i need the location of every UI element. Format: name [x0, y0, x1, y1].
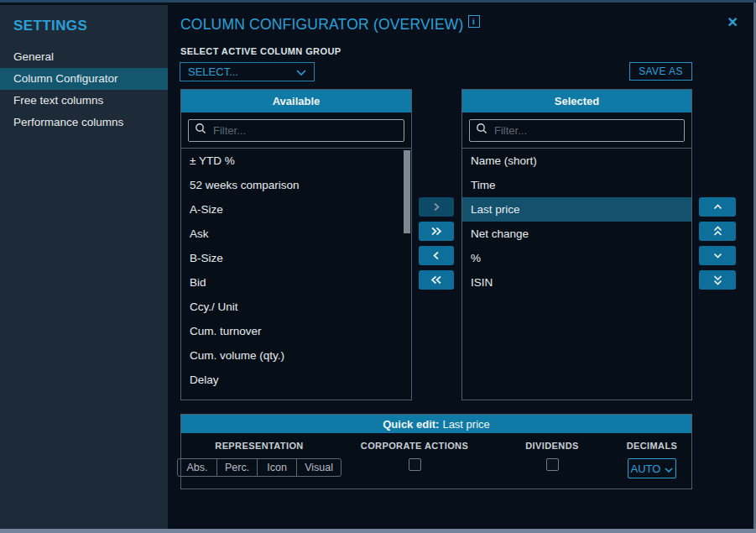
move-left-button[interactable]	[419, 246, 454, 265]
column-group-dropdown[interactable]: SELECT...	[180, 62, 315, 81]
move-right-button[interactable]	[419, 197, 454, 217]
sidebar-item[interactable]: Free text columns	[0, 90, 168, 112]
corporate-actions-column: CORPORATE ACTIONS	[337, 441, 492, 478]
available-scrollbar[interactable]	[404, 150, 410, 233]
page-title-text: COLUMN CONFIGURATOR (OVERVIEW)	[180, 16, 464, 33]
selected-filter-wrap	[462, 112, 691, 149]
selected-panel-header: Selected	[462, 90, 691, 112]
corporate-actions-checkbox[interactable]	[409, 458, 421, 471]
selected-list-item[interactable]: Name (short)	[462, 149, 691, 173]
move-top-button[interactable]	[699, 222, 736, 241]
available-list-item[interactable]: B-Size	[181, 246, 411, 270]
selected-panel: Selected Name (short)TimeLast priceNet c…	[461, 89, 692, 400]
search-icon	[195, 123, 206, 138]
save-as-button[interactable]: SAVE AS	[629, 62, 692, 81]
page-title: COLUMN CONFIGURATOR (OVERVIEW)i	[180, 15, 480, 34]
available-list-item[interactable]: A-Size	[181, 197, 411, 222]
representation-option-button[interactable]: Icon	[257, 459, 296, 476]
selected-list: Name (short)TimeLast priceNet change%ISI…	[462, 149, 691, 400]
representation-option-button[interactable]: Perc.	[216, 459, 257, 476]
dividends-checkbox[interactable]	[546, 458, 559, 471]
chevron-down-icon	[296, 65, 306, 78]
decimals-label: DECIMALS	[627, 441, 678, 451]
quick-edit-column-name: Last price	[442, 418, 489, 431]
dividends-label: DIVIDENDS	[525, 441, 579, 451]
available-panel-header: Available	[181, 90, 411, 112]
sidebar-item[interactable]: Performance columns	[0, 112, 168, 133]
representation-label: REPRESENTATION	[215, 441, 303, 451]
available-panel: Available ± YTD %52 weeks comparisonA-Si…	[180, 89, 412, 400]
available-list-item[interactable]: ± YTD %	[181, 149, 411, 173]
decimals-column: DECIMALS AUTO	[613, 441, 691, 478]
window-bottom-edge	[0, 529, 756, 533]
quick-edit-body: REPRESENTATION Abs.Perc.IconVisual CORPO…	[181, 433, 691, 478]
move-bottom-button[interactable]	[699, 270, 736, 290]
selected-list-item[interactable]: ISIN	[462, 270, 691, 295]
available-filter[interactable]	[188, 119, 404, 142]
representation-option-button[interactable]: Abs.	[178, 459, 216, 476]
corporate-actions-label: CORPORATE ACTIONS	[361, 441, 468, 451]
quick-edit-header: Quick edit: Last price	[181, 415, 691, 433]
decimals-dropdown-value: AUTO	[631, 462, 661, 475]
representation-column: REPRESENTATION Abs.Perc.IconVisual	[181, 441, 337, 478]
available-list-item[interactable]: Ccy./ Unit	[181, 295, 411, 319]
decimals-dropdown[interactable]: AUTO	[628, 458, 676, 478]
info-icon[interactable]: i	[468, 15, 480, 28]
sidebar-nav: GeneralColumn ConfiguratorFree text colu…	[0, 46, 168, 133]
move-all-right-button[interactable]	[419, 222, 454, 241]
column-configurator-panel: COLUMN CONFIGURATOR (OVERVIEW)i ✕ SELECT…	[168, 5, 753, 529]
sidebar-item[interactable]: General	[0, 46, 168, 68]
available-list-item[interactable]: Cum. volume (qty.)	[181, 343, 411, 368]
column-group-dropdown-value: SELECT...	[188, 65, 238, 78]
available-list-item[interactable]: Cum. turnover	[181, 319, 411, 343]
available-filter-wrap	[181, 112, 411, 149]
representation-option-button[interactable]: Visual	[296, 459, 341, 476]
sidebar-item[interactable]: Column Configurator	[0, 68, 168, 90]
selected-list-item[interactable]: Last price	[462, 197, 691, 222]
selected-list-item[interactable]: Time	[462, 173, 691, 197]
settings-dialog: SETTINGS GeneralColumn ConfiguratorFree …	[0, 0, 756, 533]
available-list-item[interactable]: Bid	[181, 270, 411, 295]
active-column-group-label: SELECT ACTIVE COLUMN GROUP	[180, 46, 342, 56]
available-list-item[interactable]: 52 weeks comparison	[181, 173, 411, 197]
available-list-item[interactable]: Ask	[181, 222, 411, 246]
selected-list-item[interactable]: Net change	[462, 222, 691, 246]
chevron-down-icon	[665, 462, 673, 475]
selected-filter-input[interactable]	[493, 123, 678, 138]
sidebar-title: SETTINGS	[0, 5, 168, 34]
available-filter-input[interactable]	[211, 123, 398, 138]
representation-segmented-control: Abs.Perc.IconVisual	[177, 458, 342, 477]
close-icon[interactable]: ✕	[727, 14, 738, 30]
move-all-left-button[interactable]	[419, 270, 454, 290]
available-list-item[interactable]: Delay	[181, 368, 411, 392]
dividends-column: DIVIDENDS	[492, 441, 613, 478]
quick-edit-panel: Quick edit: Last price REPRESENTATION Ab…	[180, 414, 692, 489]
selected-filter[interactable]	[469, 119, 685, 142]
search-icon	[476, 123, 487, 138]
settings-sidebar: SETTINGS GeneralColumn ConfiguratorFree …	[0, 5, 168, 529]
move-down-button[interactable]	[699, 246, 736, 265]
quick-edit-title: Quick edit:	[383, 418, 439, 431]
selected-list-item[interactable]: %	[462, 246, 691, 270]
available-list: ± YTD %52 weeks comparisonA-SizeAskB-Siz…	[181, 149, 411, 400]
move-up-button[interactable]	[699, 197, 736, 217]
